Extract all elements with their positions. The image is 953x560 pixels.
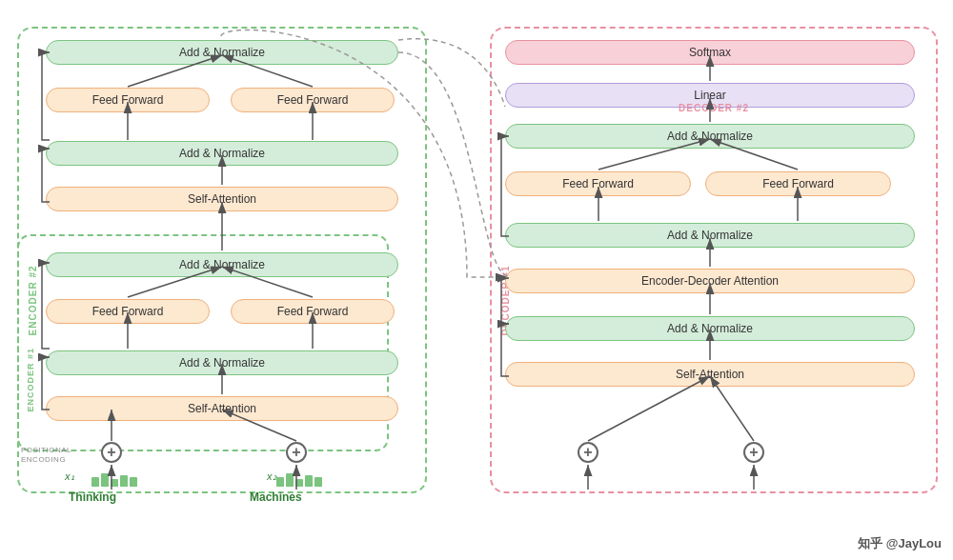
dec1-feed-forward-left: Feed Forward (505, 171, 691, 196)
machines-label: Machines (250, 490, 302, 504)
enc1-feed-forward-left: Feed Forward (46, 299, 210, 324)
transformer-diagram: ENCODER #2 ENCODER #1 DECODER #1 Add & N… (0, 0, 953, 560)
dec1-add-normalize-3: Add & Normalize (505, 316, 915, 341)
encoder1-label: ENCODER #1 (26, 348, 35, 412)
dec1-self-attention: Self-Attention (505, 362, 915, 387)
enc2-feed-forward-left: Feed Forward (46, 88, 210, 112)
x1-label: x₁ (65, 470, 74, 483)
decoder-plus-left: + (578, 442, 598, 463)
x2-label: x₂ (267, 470, 276, 483)
enc2-feed-forward-right: Feed Forward (231, 88, 395, 112)
encoder-plus-right: + (286, 442, 307, 463)
dec1-encoder-decoder-attention: Encoder-Decoder Attention (505, 269, 915, 293)
dec1-feed-forward-right: Feed Forward (705, 171, 891, 196)
enc1-add-normalize-1: Add & Normalize (46, 252, 398, 277)
dec1-add-normalize-1: Add & Normalize (505, 124, 915, 149)
thinking-label: Thinking (69, 490, 116, 504)
enc2-self-attention: Self-Attention (46, 187, 398, 211)
enc1-feed-forward-right: Feed Forward (231, 299, 395, 324)
encoder-plus-left: + (101, 442, 122, 463)
decoder-plus-right: + (743, 442, 764, 463)
enc2-add-normalize-1: Add & Normalize (46, 40, 398, 65)
positional-encoding-label: POSITIONALENCODING (21, 446, 71, 466)
softmax-pill: Softmax (505, 40, 915, 65)
enc2-add-normalize-2: Add & Normalize (46, 141, 398, 166)
attribution-text: 知乎 @JayLou (858, 535, 942, 552)
machines-bars (276, 473, 322, 487)
enc1-add-normalize-2: Add & Normalize (46, 350, 398, 375)
dec1-add-normalize-2: Add & Normalize (505, 223, 915, 248)
thinking-bars (91, 473, 137, 487)
decoder2-label: DECODER #2 (490, 103, 938, 113)
enc1-self-attention: Self-Attention (46, 396, 398, 421)
